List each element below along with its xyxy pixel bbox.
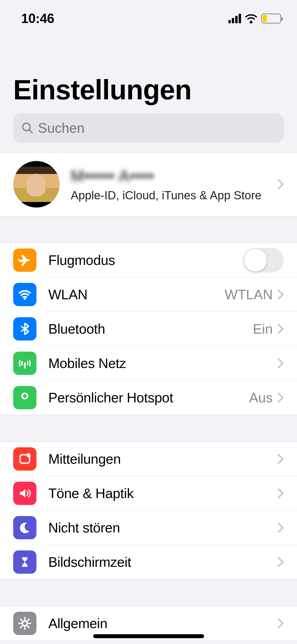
- row-wlan[interactable]: WLAN WTLAN: [0, 277, 297, 312]
- row-screen-time[interactable]: Bildschirmzeit: [0, 545, 297, 579]
- chevron-right-icon: [277, 557, 284, 567]
- row-label: WLAN: [48, 287, 225, 302]
- hotspot-icon: [13, 386, 36, 409]
- moon-icon: [13, 516, 36, 539]
- status-bar: 10:46: [0, 0, 297, 37]
- chevron-right-icon: [277, 618, 284, 629]
- svg-line-13: [27, 626, 29, 628]
- svg-line-2: [29, 130, 32, 133]
- chevron-right-icon: [277, 392, 284, 403]
- chevron-right-icon: [277, 522, 284, 533]
- row-label: Bildschirmzeit: [48, 554, 277, 570]
- status-indicators: [228, 13, 281, 24]
- svg-point-3: [24, 298, 26, 300]
- airplane-icon: [13, 249, 36, 272]
- cell-signal-icon: [228, 14, 241, 23]
- row-label: Persönlicher Hotspot: [48, 390, 249, 406]
- svg-line-12: [21, 619, 22, 621]
- chevron-right-icon: [277, 454, 284, 464]
- hourglass-icon: [13, 550, 36, 574]
- status-time: 10:46: [21, 11, 54, 26]
- row-label: Mitteilungen: [48, 451, 277, 467]
- search-icon: [21, 122, 34, 134]
- group-account: M••••• A•••• Apple-ID, iCloud, iTunes & …: [0, 152, 297, 216]
- notifications-icon: [13, 447, 36, 471]
- chevron-right-icon: [277, 179, 284, 190]
- row-notifications[interactable]: Mitteilungen: [0, 442, 297, 476]
- group-connectivity: Flugmodus WLAN WTLAN Bluetooth Ein Mobil…: [0, 243, 297, 415]
- gear-icon: [13, 612, 36, 635]
- home-indicator[interactable]: [93, 634, 204, 638]
- sounds-icon: [13, 482, 36, 505]
- svg-line-15: [21, 626, 22, 628]
- chevron-right-icon: [277, 358, 284, 369]
- row-label: Mobiles Netz: [48, 355, 277, 371]
- svg-point-7: [22, 621, 27, 626]
- account-subtitle: Apple-ID, iCloud, iTunes & App Store: [71, 189, 277, 202]
- row-cellular[interactable]: Mobiles Netz: [0, 346, 297, 380]
- wifi-icon: [245, 14, 257, 23]
- account-name: M••••• A••••: [71, 167, 277, 185]
- row-airplane-mode[interactable]: Flugmodus: [0, 243, 297, 277]
- row-label: Allgemein: [48, 615, 277, 631]
- row-bluetooth[interactable]: Bluetooth Ein: [0, 312, 297, 346]
- row-label: Flugmodus: [48, 252, 243, 268]
- chevron-right-icon: [277, 289, 284, 300]
- row-apple-id[interactable]: M••••• A•••• Apple-ID, iCloud, iTunes & …: [0, 153, 297, 216]
- chevron-right-icon: [277, 324, 284, 334]
- row-hotspot[interactable]: Persönlicher Hotspot Aus: [0, 380, 297, 415]
- bluetooth-icon: [13, 317, 36, 341]
- row-value: Aus: [249, 390, 273, 406]
- avatar: [13, 161, 60, 208]
- wifi-settings-icon: [13, 283, 36, 306]
- search-input[interactable]: [38, 120, 276, 136]
- header: Einstellungen: [0, 37, 297, 106]
- airplane-toggle[interactable]: [243, 248, 284, 273]
- group-notifications: Mitteilungen Töne & Haptik Nicht stören …: [0, 441, 297, 579]
- svg-point-6: [26, 453, 31, 457]
- search-field[interactable]: [13, 113, 284, 143]
- chevron-right-icon: [277, 488, 284, 499]
- svg-point-0: [250, 21, 252, 23]
- cellular-icon: [13, 352, 36, 375]
- row-do-not-disturb[interactable]: Nicht stören: [0, 510, 297, 545]
- row-label: Töne & Haptik: [48, 485, 277, 501]
- svg-line-14: [27, 619, 29, 621]
- page-title: Einstellungen: [13, 74, 284, 106]
- row-sounds[interactable]: Töne & Haptik: [0, 476, 297, 510]
- battery-icon: [261, 13, 281, 24]
- svg-rect-4: [24, 362, 26, 369]
- row-label: Bluetooth: [48, 321, 253, 337]
- row-value: Ein: [253, 321, 273, 337]
- row-value: WTLAN: [225, 287, 273, 302]
- row-label: Nicht stören: [48, 520, 277, 536]
